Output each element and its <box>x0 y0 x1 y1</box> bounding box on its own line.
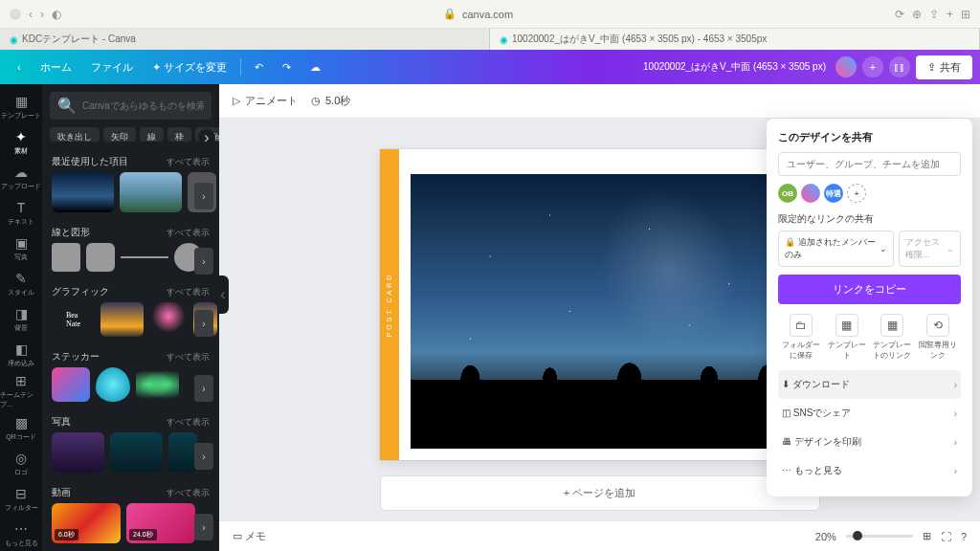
thumbnail[interactable]: 24.0秒 <box>126 503 195 543</box>
share-icon[interactable]: ⇪ <box>929 8 939 21</box>
thumbnail[interactable] <box>120 172 182 212</box>
see-all-link[interactable]: すべて表示 <box>167 351 210 364</box>
print-row[interactable]: 🖶 デザインを印刷› <box>778 428 961 456</box>
thumbnail[interactable] <box>52 172 114 212</box>
animate-button[interactable]: ▷アニメート <box>233 94 298 108</box>
zoom-value[interactable]: 20% <box>815 531 836 542</box>
download-row[interactable]: ⬇ ダウンロード› <box>778 370 961 399</box>
see-all-link[interactable]: すべて表示 <box>167 286 210 298</box>
page-image[interactable] <box>411 174 809 449</box>
resize-button[interactable]: ✦ サイズを変更 <box>143 55 236 80</box>
nav-projects[interactable]: ◧埋め込み <box>0 338 42 371</box>
filter-chip[interactable]: 枠 <box>167 127 191 142</box>
thumbnail[interactable] <box>136 367 179 402</box>
panel-collapse-handle[interactable]: ‹ <box>217 276 229 314</box>
add-person-button[interactable]: + <box>847 184 866 203</box>
thumbnail[interactable] <box>52 432 104 473</box>
see-all-link[interactable]: すべて表示 <box>167 156 210 168</box>
file-menu[interactable]: ファイル <box>81 55 143 80</box>
canvas-area: ▷アニメート ◷5.0秒 POST CARD + ページを追加 ▭ メモ <box>219 84 980 551</box>
avatar[interactable] <box>835 56 857 77</box>
notes-button[interactable]: ▭ メモ <box>233 529 266 543</box>
row-scroll-right[interactable]: › <box>194 183 213 209</box>
filter-chip[interactable]: 吹き出し <box>50 127 100 142</box>
nav-background[interactable]: ◨背景 <box>0 302 42 336</box>
download-icon[interactable]: ⊕ <box>912 8 922 21</box>
nav-text[interactable]: Tテキスト <box>0 196 42 230</box>
new-tab-icon[interactable]: + <box>947 8 953 21</box>
see-all-link[interactable]: すべて表示 <box>167 227 210 239</box>
see-all-link[interactable]: すべて表示 <box>167 416 210 429</box>
filter-chip[interactable]: 矢印 <box>103 127 136 142</box>
design-page[interactable]: POST CARD <box>380 149 820 460</box>
zoom-slider[interactable] <box>846 535 913 538</box>
thumbnail[interactable] <box>52 367 90 402</box>
nav-more[interactable]: ⋯もっと見る <box>0 518 42 551</box>
chevron-right-icon: › <box>954 437 957 448</box>
see-all-link[interactable]: すべて表示 <box>167 487 210 499</box>
thumbnail[interactable] <box>168 432 197 473</box>
template-button[interactable]: ▦テンプレート <box>826 314 868 361</box>
row-scroll-right[interactable]: › <box>194 375 213 402</box>
row-scroll-right[interactable]: › <box>194 248 213 275</box>
thumbnail[interactable] <box>96 367 130 402</box>
tabs-icon[interactable]: ⊞ <box>961 8 970 21</box>
shape-line[interactable] <box>121 243 168 272</box>
copy-link-button[interactable]: リンクをコピー <box>778 275 961 304</box>
help-button[interactable]: ? <box>961 531 967 542</box>
share-button[interactable]: ⇪ 共有 <box>916 55 972 79</box>
chip-scroll-right[interactable]: › <box>198 129 215 146</box>
more-row[interactable]: ⋯ もっと見る› <box>778 456 961 485</box>
add-collaborator-button[interactable]: + <box>862 56 883 77</box>
save-folder-button[interactable]: 🗀フォルダーに保存 <box>780 314 822 361</box>
browser-tab[interactable]: ◉ 10020002_はがきV_中面 (4653 × 3505 px) - 46… <box>490 29 980 50</box>
nav-templates[interactable]: ▦テンプレート <box>0 90 42 123</box>
refresh-icon[interactable]: ⟳ <box>895 8 904 21</box>
fullscreen-button[interactable]: ⛶ <box>941 531 951 542</box>
template-link-button[interactable]: ▦テンプレートのリンク <box>871 314 913 361</box>
filter-chip[interactable]: 線 <box>140 127 164 142</box>
row-scroll-right[interactable]: › <box>194 514 213 540</box>
undo-button[interactable]: ↶ <box>245 55 273 79</box>
back-button[interactable]: ‹ <box>8 55 31 78</box>
row-scroll-right[interactable]: › <box>194 310 213 337</box>
row-scroll-right[interactable]: › <box>194 443 213 470</box>
nav-photos[interactable]: ▣写真 <box>0 231 42 265</box>
thumbnail[interactable] <box>100 302 144 337</box>
add-page-button[interactable]: + ページを追加 <box>380 475 820 511</box>
avatar[interactable] <box>801 184 820 203</box>
back-icon[interactable]: ‹ <box>29 8 33 21</box>
nav-logo[interactable]: ◎ロゴ <box>0 447 42 480</box>
nav-qr[interactable]: ▩QRコード <box>0 411 42 445</box>
nav-apps[interactable]: ⊞チームテンプ... <box>0 373 42 409</box>
thumbnail[interactable] <box>149 302 188 337</box>
nav-styles[interactable]: ✎スタイル <box>0 267 42 300</box>
shape-square[interactable] <box>52 243 80 272</box>
nav-elements[interactable]: ✦素材 <box>0 125 42 159</box>
home-button[interactable]: ホーム <box>31 55 81 80</box>
window-control[interactable] <box>10 9 21 20</box>
nav-filter[interactable]: ⊟フィルター <box>0 482 42 516</box>
share-people-input[interactable] <box>778 152 961 176</box>
text-icon: T <box>17 200 26 215</box>
link-permission-select[interactable]: アクセス権限...⌄ <box>899 231 961 267</box>
search-input[interactable]: 🔍 <box>50 92 212 120</box>
analytics-button[interactable]: ⫿⫿ <box>889 56 910 77</box>
duration-button[interactable]: ◷5.0秒 <box>311 94 350 108</box>
thumbnail[interactable]: BeaNate <box>52 302 95 337</box>
browser-tab[interactable]: ◉ KDCテンプレート - Canva <box>0 29 490 50</box>
redo-button[interactable]: ↷ <box>273 55 301 79</box>
document-title[interactable]: 10020002_はがきV_中面 (4653 × 3505 px) <box>639 60 830 74</box>
view-link-button[interactable]: ⟲閲覧専用リンク <box>917 314 959 361</box>
nav-uploads[interactable]: ☁アップロード <box>0 161 42 194</box>
grid-view-button[interactable]: ⊞ <box>923 530 931 542</box>
thumbnail[interactable]: 6.0秒 <box>52 503 121 543</box>
search-field[interactable] <box>82 100 204 111</box>
sns-share-row[interactable]: ◫ SNSでシェア› <box>778 399 961 428</box>
link-scope-select[interactable]: 🔒 追加されたメンバーのみ⌄ <box>778 231 894 267</box>
avatar[interactable]: OB <box>778 184 797 203</box>
shape-rounded[interactable] <box>86 243 115 272</box>
thumbnail[interactable] <box>110 432 163 473</box>
forward-icon[interactable]: › <box>40 8 44 21</box>
avatar[interactable]: 特選 <box>824 184 843 203</box>
